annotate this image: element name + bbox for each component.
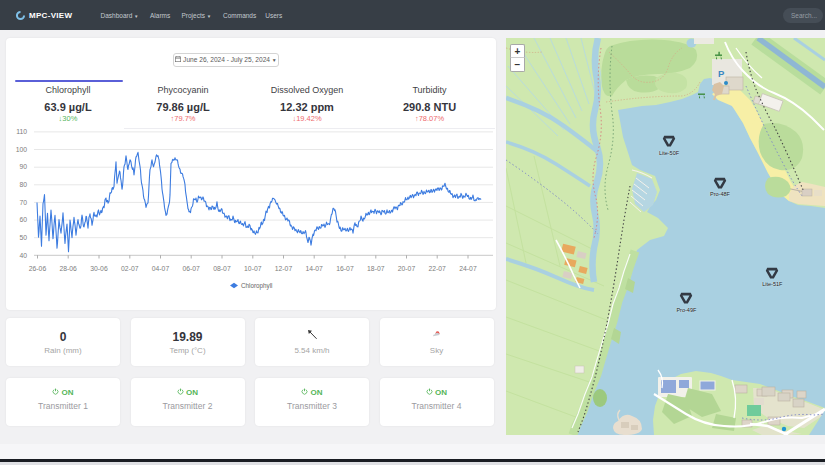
svg-text:100: 100 [16,146,28,153]
svg-text:22-07: 22-07 [429,265,447,272]
svg-text:80: 80 [19,181,27,188]
svg-text:P: P [718,68,725,79]
svg-text:26-06: 26-06 [29,265,47,272]
svg-text:28-06: 28-06 [60,265,78,272]
svg-text:60: 60 [19,216,27,223]
svg-text:20-07: 20-07 [398,265,416,272]
svg-text:12-07: 12-07 [275,265,293,272]
svg-text:90: 90 [19,163,27,170]
svg-text:110: 110 [16,128,27,135]
svg-text:30-06: 30-06 [90,265,108,272]
svg-text:10-07: 10-07 [244,265,262,272]
svg-text:16-07: 16-07 [336,265,354,272]
svg-text:70: 70 [19,199,27,206]
svg-text:08-07: 08-07 [213,265,231,272]
svg-text:14-07: 14-07 [306,265,324,272]
svg-text:04-07: 04-07 [152,265,170,272]
svg-text:Chlorophyll: Chlorophyll [241,282,273,290]
svg-text:18-07: 18-07 [367,265,385,272]
svg-text:02-07: 02-07 [121,265,139,272]
svg-text:40: 40 [19,252,27,259]
svg-text:50: 50 [19,234,27,241]
svg-text:24-07: 24-07 [459,265,477,272]
svg-text:06-07: 06-07 [183,265,201,272]
